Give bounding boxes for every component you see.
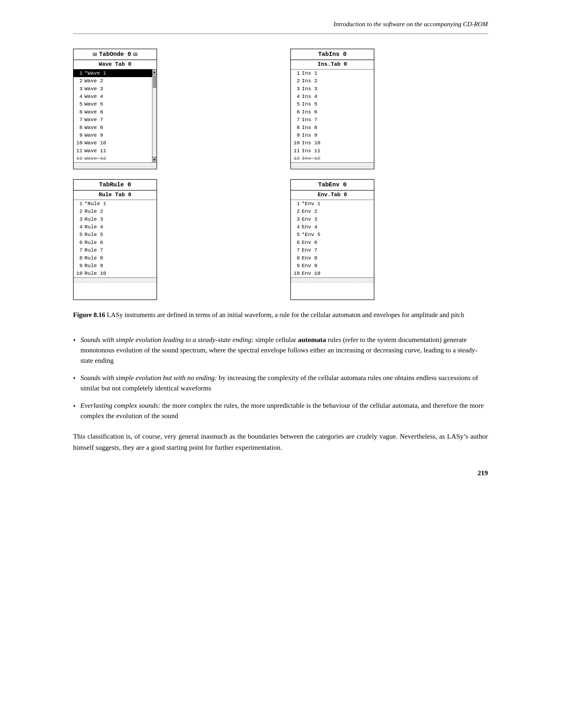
- menu-icon: [93, 53, 97, 56]
- list-item[interactable]: 4Ins 4: [291, 93, 374, 100]
- list-item[interactable]: 2Ins 2: [291, 77, 374, 85]
- list-item[interactable]: 8Rule 8: [74, 254, 157, 262]
- tabenv-title: TabEnv 0: [318, 181, 346, 189]
- list-item[interactable]: 4Env 4: [291, 223, 374, 231]
- list-item[interactable]: 4Rule 4: [74, 223, 157, 231]
- list-item[interactable]: 6Env 6: [291, 239, 374, 246]
- list-item[interactable]: 3Rule 3: [74, 215, 157, 223]
- header-text: Introduction to the software on the acco…: [73, 20, 488, 34]
- list-item[interactable]: 1*Env 1: [291, 200, 374, 208]
- list-item[interactable]: 7Rule 7: [74, 246, 157, 254]
- bullet-item-3: • Everlasting complex sounds: the more c…: [73, 400, 488, 421]
- panel-bottom: [291, 278, 374, 282]
- list-item[interactable]: 10Rule 10: [74, 270, 157, 277]
- list-item[interactable]: 1Ins 1: [291, 69, 374, 77]
- figure-caption-text: LASy instruments are defined in terms of…: [105, 311, 464, 319]
- panel-bottom: [74, 278, 157, 282]
- list-item[interactable]: 11Wave 11: [74, 147, 152, 155]
- tabins-subtitle: Ins.Tab 0: [291, 60, 374, 69]
- list-item[interactable]: 2Env 2: [291, 208, 374, 215]
- list-item[interactable]: 3Env 3: [291, 215, 374, 223]
- panel-bottom: [291, 162, 374, 167]
- tabonde-panel: TabOnde 0 Wave Tab 0 1*Wave 1 2Wave 2 3W…: [73, 49, 157, 169]
- list-item[interactable]: 9Wave 9: [74, 131, 152, 139]
- scroll-up-btn[interactable]: ▲: [152, 69, 157, 75]
- list-item[interactable]: 4Wave 4: [74, 93, 152, 100]
- tabenv-subtitle: Env.Tab 0: [291, 191, 374, 200]
- list-item[interactable]: 7Env 7: [291, 246, 374, 254]
- list-item[interactable]: 6Wave 6: [74, 108, 152, 116]
- tabonde-subtitle: Wave Tab 0: [74, 60, 157, 69]
- tabenv-list: 1*Env 1 2Env 2 3Env 3 4Env 4 5*Env 5 6En…: [291, 200, 374, 278]
- tabins-titlebar: TabIns 0: [291, 49, 374, 60]
- list-item[interactable]: 5Rule 5: [74, 231, 157, 238]
- list-item[interactable]: 12Ins 12: [291, 155, 374, 162]
- list-item[interactable]: 2Wave 2: [74, 77, 152, 85]
- panel-status: [74, 167, 157, 169]
- page: Introduction to the software on the acco…: [58, 0, 503, 497]
- list-item[interactable]: 5*Env 5: [291, 231, 374, 238]
- page-number: 219: [73, 468, 488, 478]
- list-item[interactable]: 11Ins 11: [291, 147, 374, 155]
- list-item[interactable]: 1*Wave 1: [74, 69, 152, 77]
- list-item[interactable]: 8Ins 8: [291, 124, 374, 131]
- figure-label: Figure 8.16: [73, 311, 105, 319]
- tabins-title: TabIns 0: [318, 50, 346, 59]
- tabrule-titlebar: TabRule 0: [74, 180, 157, 191]
- list-item[interactable]: 7Ins 7: [291, 116, 374, 124]
- list-item[interactable]: 7Wave 7: [74, 116, 152, 124]
- list-item[interactable]: 6Rule 6: [74, 239, 157, 246]
- scroll-track: [152, 75, 157, 157]
- list-item[interactable]: 8Env 8: [291, 254, 374, 262]
- bullet-dot: •: [73, 335, 76, 366]
- list-item[interactable]: 3Wave 3: [74, 85, 152, 93]
- figure-caption: Figure 8.16 LASy instruments are defined…: [73, 310, 488, 320]
- list-item[interactable]: 2Rule 2: [74, 208, 157, 215]
- tabonde-title: TabOnde 0: [99, 50, 131, 59]
- tabenv-titlebar: TabEnv 0: [291, 180, 374, 191]
- bullet-italic: Everlasting complex sounds:: [81, 402, 161, 409]
- bullet-dot: •: [73, 401, 76, 421]
- list-item[interactable]: 6Ins 6: [291, 108, 374, 116]
- tabonde-titlebar: TabOnde 0: [74, 49, 157, 60]
- tabins-panel: TabIns 0 Ins.Tab 0 1Ins 1 2Ins 2 3Ins 3 …: [290, 49, 374, 169]
- list-item[interactable]: 12Wave 12: [74, 155, 152, 162]
- body-paragraph: This classification is, of course, very …: [73, 431, 488, 453]
- list-item[interactable]: 1*Rule 1: [74, 200, 157, 208]
- four-panels: TabOnde 0 Wave Tab 0 1*Wave 1 2Wave 2 3W…: [73, 49, 488, 300]
- tabrule-subtitle: Rule Tab 0: [74, 191, 157, 200]
- bullet-text: Sounds with simple evolution leading to …: [81, 335, 488, 366]
- bullet-item-2: • Sounds with simple evolution but with …: [73, 373, 488, 393]
- tabenv-panel: TabEnv 0 Env.Tab 0 1*Env 1 2Env 2 3Env 3…: [290, 179, 374, 300]
- scroll-handle[interactable]: [153, 76, 156, 88]
- bullet-list: • Sounds with simple evolution leading t…: [73, 335, 488, 421]
- bullet-item-1: • Sounds with simple evolution leading t…: [73, 335, 488, 366]
- list-item[interactable]: 9Rule 9: [74, 262, 157, 270]
- bullet-dot: •: [73, 373, 76, 393]
- scroll-down-btn[interactable]: ▼: [152, 157, 157, 162]
- panel-status: [291, 282, 374, 284]
- tabrule-panel: TabRule 0 Rule Tab 0 1*Rule 1 2Rule 2 3R…: [73, 179, 157, 300]
- list-item[interactable]: 3Ins 3: [291, 85, 374, 93]
- list-item[interactable]: 5Ins 5: [291, 100, 374, 108]
- list-item[interactable]: 9Ins 9: [291, 131, 374, 139]
- bullet-text: Everlasting complex sounds: the more com…: [81, 400, 488, 421]
- tabonde-list: 1*Wave 1 2Wave 2 3Wave 3 4Wave 4 5Wave 5…: [74, 69, 152, 163]
- scrollbar[interactable]: ▲ ▼: [152, 69, 157, 163]
- list-item[interactable]: 10Wave 10: [74, 139, 152, 147]
- list-item[interactable]: 9Env 9: [291, 262, 374, 270]
- panel-status: [291, 167, 374, 169]
- list-item[interactable]: 8Wave 8: [74, 124, 152, 131]
- tabrule-list: 1*Rule 1 2Rule 2 3Rule 3 4Rule 4 5Rule 5…: [74, 200, 157, 278]
- bullet-italic: Sounds with simple evolution but with no…: [81, 374, 217, 382]
- list-item[interactable]: 10Ins 10: [291, 139, 374, 147]
- bullet-text: Sounds with simple evolution but with no…: [81, 373, 488, 393]
- list-item[interactable]: 10Env 10: [291, 270, 374, 277]
- list-item[interactable]: 5Wave 5: [74, 100, 152, 108]
- tabins-list: 1Ins 1 2Ins 2 3Ins 3 4Ins 4 5Ins 5 6Ins …: [291, 69, 374, 163]
- bullet-italic: Sounds with simple evolution leading to …: [81, 336, 254, 343]
- panel-status: [74, 282, 157, 284]
- panel-bottom: [74, 162, 157, 167]
- menu-icon-right: [133, 53, 138, 56]
- tabonde-scroll-area: 1*Wave 1 2Wave 2 3Wave 3 4Wave 4 5Wave 5…: [74, 69, 157, 163]
